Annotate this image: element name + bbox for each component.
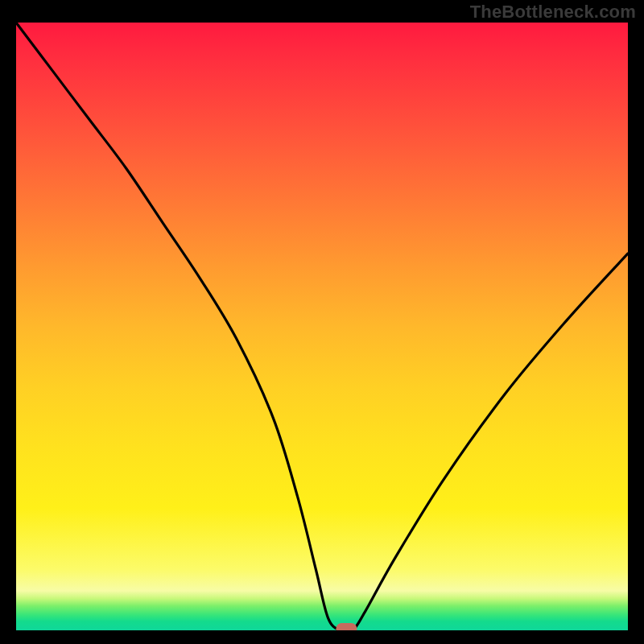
optimum-marker <box>336 623 357 630</box>
curve-layer <box>16 23 628 630</box>
watermark-text: TheBottleneck.com <box>470 2 636 23</box>
plot-area <box>16 23 628 630</box>
bottleneck-curve <box>16 23 628 630</box>
chart-frame: TheBottleneck.com <box>0 0 644 644</box>
